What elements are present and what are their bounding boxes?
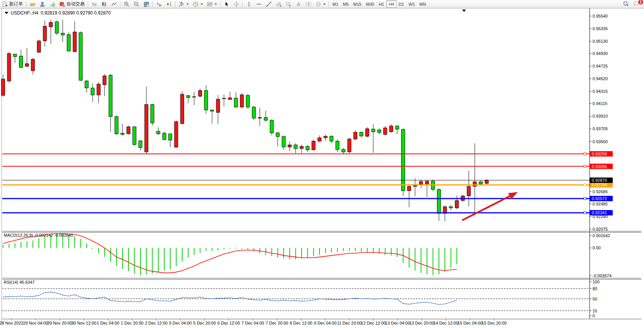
trendline-icon (266, 1, 272, 7)
bear-candle (306, 146, 309, 150)
chart-title: USDCHF-,H4 0.92819 0.92890 0.92790 0.928… (5, 10, 111, 16)
templates-button[interactable] (205, 0, 219, 8)
fibonacci-icon: F (286, 1, 292, 7)
bull-candle (324, 136, 327, 138)
main-toolbar: 新订单 自动交易 (0, 0, 644, 8)
periods-button[interactable] (191, 0, 205, 8)
toolbar-grip[interactable] (87, 1, 88, 7)
date-label: 9 Dec 04:00 (314, 321, 336, 325)
price-line-label: 0.92572 (592, 196, 607, 201)
date-label: 11 Dec 23:00 (337, 321, 362, 325)
market-watch-button[interactable] (27, 0, 37, 8)
bull-candle (425, 181, 429, 184)
timeframe-w1-button[interactable]: W1 (406, 0, 418, 8)
accounts-button[interactable] (37, 0, 47, 8)
toolbar-separator (329, 1, 329, 7)
line-handle[interactable] (584, 197, 586, 200)
zoom-out-button[interactable] (132, 0, 141, 8)
date-label: 1 Dec 20:00 (121, 321, 143, 325)
new-order-button[interactable]: 新订单 (0, 0, 25, 8)
line-handle[interactable] (584, 212, 586, 214)
rsi-tick-label: 80 (593, 286, 597, 291)
bull-candle (49, 23, 53, 27)
toolbar-grip[interactable] (220, 1, 221, 7)
bull-candle (103, 76, 106, 85)
date-label: 8 Dec 12:00 (290, 321, 312, 325)
timeframe-m5-button[interactable]: M5 (340, 0, 351, 8)
notifications-button[interactable]: 1 (631, 0, 642, 8)
rsi-tick-label: 100 (593, 280, 599, 284)
line-handle[interactable] (584, 153, 586, 155)
vertical-line-tool-button[interactable] (244, 0, 254, 8)
search-button[interactable] (621, 0, 631, 8)
zoom-in-button[interactable] (122, 0, 132, 8)
chart-window: 0.932990.930960.927940.925720.923410.928… (0, 8, 644, 328)
bear-candle (204, 90, 208, 110)
timeframe-m15-button[interactable]: M15 (351, 0, 364, 8)
timeframe-mn-button[interactable]: MN (417, 0, 428, 8)
fibonacci-tool-button[interactable]: F (284, 0, 294, 8)
auto-trading-button[interactable]: 自动交易 (57, 0, 87, 8)
date-label: 7 Dec 04:00 (241, 321, 264, 325)
horizontal-line-icon (256, 1, 262, 7)
new-order-icon (2, 1, 8, 7)
price-line-label: 0.92794 (592, 183, 607, 187)
toolbar-separator (120, 1, 120, 7)
line-handle[interactable] (584, 184, 586, 186)
trendline-tool-button[interactable] (264, 0, 274, 8)
label-tool-button[interactable]: T (304, 0, 313, 8)
shapes-icon (315, 1, 321, 7)
rsi-tick-label: 15 (593, 309, 597, 313)
chart-canvas[interactable]: 0.932990.930960.927940.925720.923410.928… (0, 8, 644, 328)
text-tool-icon: A (296, 1, 302, 7)
cursor-tool-button[interactable] (222, 0, 231, 8)
bear-candle (377, 130, 381, 132)
line-handle[interactable] (584, 165, 586, 168)
new-order-label: 新订单 (9, 1, 23, 7)
notification-badge: 1 (638, 0, 643, 5)
price-tick-label: 0.93705 (593, 126, 608, 131)
line-chart-mode-button[interactable] (109, 0, 119, 8)
collapse-caret-icon[interactable] (5, 12, 8, 14)
dropdown-caret-icon (215, 3, 217, 5)
price-tick-label: 0.94115 (593, 101, 607, 106)
price-line-label: 0.93096 (592, 164, 607, 169)
macd-tick-label: -0.003674 (593, 273, 612, 278)
date-label: 6 Dec 12:00 (217, 321, 240, 325)
symbol-period-label: USDCHF-,H4 (11, 10, 39, 16)
timeframe-h4-button[interactable]: H4 (386, 0, 396, 8)
bull-candle (7, 53, 11, 81)
bear-candle (139, 141, 142, 148)
svg-text:E: E (280, 5, 282, 7)
bull-candle (97, 84, 100, 95)
cursor-icon (223, 1, 230, 7)
gold-bar-icon (29, 1, 35, 7)
timeframe-m30-button[interactable]: M30 (364, 0, 376, 8)
date-label: 30 Nov 12:00 (71, 321, 96, 325)
indicators-button[interactable] (177, 0, 191, 8)
bar-chart-mode-button[interactable] (89, 0, 99, 8)
bull-candle (180, 94, 184, 124)
tile-windows-button[interactable] (141, 0, 151, 8)
text-tool-button[interactable]: A (294, 0, 304, 8)
auto-scroll-button[interactable] (154, 0, 164, 8)
sonar-icon (49, 1, 55, 7)
timeframe-m1-button[interactable]: M1 (330, 0, 340, 8)
timeframe-d1-button[interactable]: D1 (397, 0, 406, 8)
crosshair-tool-button[interactable] (231, 0, 241, 8)
crosshair-icon (233, 1, 239, 7)
bull-candle (127, 127, 130, 134)
clock-icon (193, 1, 199, 7)
candlestick-mode-button[interactable] (99, 0, 109, 8)
chart-shift-button[interactable] (164, 0, 174, 8)
shapes-tool-button[interactable] (313, 0, 328, 8)
channel-tool-button[interactable]: E (274, 0, 284, 8)
vertical-line-icon (246, 1, 252, 7)
horizontal-line-tool-button[interactable] (254, 0, 264, 8)
toolbar-separator (243, 1, 243, 7)
price-tick-label: 0.94930 (593, 51, 608, 56)
signals-button[interactable] (47, 0, 57, 8)
timeframe-h1-button[interactable]: H1 (376, 0, 386, 8)
bear-candle (264, 118, 268, 120)
bear-candle (360, 132, 363, 136)
